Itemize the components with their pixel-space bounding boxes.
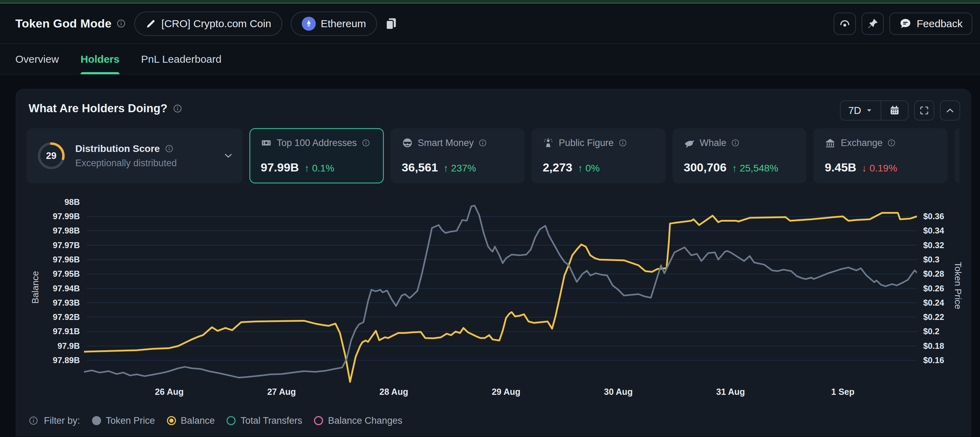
- info-icon[interactable]: [731, 139, 740, 147]
- balance-dot-icon: [167, 416, 176, 425]
- stat-card-partial: [955, 128, 959, 183]
- token-name: [CRO] Crypto.com Coin: [161, 18, 271, 30]
- banknote-icon: [261, 137, 272, 148]
- holders-chart[interactable]: 98B97.99B97.98B97.97B97.96B97.95B97.94B9…: [16, 195, 971, 418]
- balance-changes-dot-icon: [314, 416, 323, 425]
- y-axis-right-tick: $0.28: [923, 269, 975, 280]
- copy-icon[interactable]: [383, 16, 399, 31]
- x-axis-tick: 28 Aug: [363, 387, 425, 397]
- info-icon[interactable]: [116, 19, 126, 28]
- y-axis-right-tick: $0.22: [923, 311, 975, 323]
- pin-button[interactable]: [862, 13, 884, 35]
- calendar-icon: [889, 105, 900, 116]
- y-axis-right-title: Token Price: [953, 258, 963, 314]
- y-axis-right-tick: $0.2: [923, 326, 975, 337]
- stat-card-exchange[interactable]: Exchange9.45B↓ 0.19%: [813, 128, 948, 183]
- period-value: 7D: [848, 105, 861, 116]
- app-header: Token God Mode [CRO] Crypto.com Coin Eth…: [0, 3, 980, 44]
- y-axis-right-tick: $0.18: [923, 340, 975, 352]
- stat-card-change: ↑ 237%: [444, 163, 476, 174]
- feedback-button[interactable]: Feedback: [889, 13, 972, 35]
- chart-plot[interactable]: [84, 195, 917, 404]
- filter-balance-changes[interactable]: Balance Changes: [314, 415, 402, 426]
- fullscreen-button[interactable]: [914, 100, 934, 121]
- collapse-button[interactable]: [940, 100, 960, 121]
- stat-card-public-figure[interactable]: Public Figure2,273↑ 0%: [531, 128, 666, 183]
- y-axis-left-tick: 97.91B: [16, 326, 80, 337]
- balance-line: [84, 213, 917, 382]
- filter-item-label: Balance: [181, 415, 215, 426]
- distribution-score-card[interactable]: 29 Distribution Score Exceptionally dist…: [27, 128, 243, 183]
- pin-icon: [866, 17, 879, 30]
- stat-card-value: 9.45B: [824, 160, 856, 174]
- sunglasses-icon: [402, 137, 413, 148]
- x-axis-tick: 29 Aug: [475, 387, 538, 397]
- period-dropdown[interactable]: 7D: [841, 101, 881, 120]
- stat-card-label: Exchange: [841, 138, 882, 148]
- token-selector[interactable]: [CRO] Crypto.com Coin: [134, 11, 282, 36]
- distribution-score-value: 29: [36, 141, 66, 171]
- filter-item-label: Balance Changes: [328, 415, 402, 426]
- stat-card-label: Whale: [700, 138, 727, 148]
- y-axis-right-tick: $0.16: [923, 355, 975, 366]
- stat-card-value: 300,706: [684, 160, 727, 174]
- ethereum-icon: [302, 17, 316, 31]
- tab-bar: OverviewHoldersPnL Leaderboard: [0, 44, 980, 75]
- stat-card-change: ↓ 0.19%: [862, 163, 897, 174]
- tab-pnl-leaderboard[interactable]: PnL Leaderboard: [141, 44, 222, 74]
- stat-card-value: 36,561: [402, 160, 438, 174]
- stat-card-smart-money[interactable]: Smart Money36,561↑ 237%: [391, 128, 525, 183]
- y-axis-left-tick: 97.96B: [16, 254, 80, 265]
- y-axis-left-tick: 97.9B: [16, 340, 80, 352]
- tab-holders[interactable]: Holders: [81, 44, 119, 74]
- filter-token-price[interactable]: Token Price: [92, 415, 155, 426]
- page-title: Token God Mode: [15, 17, 111, 30]
- stat-card-label: Top 100 Addresses: [277, 138, 357, 148]
- period-control: 7D: [840, 100, 908, 121]
- info-icon[interactable]: [29, 416, 38, 426]
- distribution-score-sublabel: Exceptionally distributed: [75, 158, 177, 168]
- tab-overview[interactable]: Overview: [15, 44, 59, 74]
- chevron-down-icon: [865, 106, 873, 114]
- y-axis-left-tick: 97.93B: [16, 297, 80, 308]
- info-icon[interactable]: [479, 139, 487, 147]
- chevron-down-icon[interactable]: [223, 151, 234, 161]
- total-transfers-dot-icon: [226, 416, 235, 425]
- stat-card-change: ↑ 25,548%: [732, 163, 778, 174]
- token-price-dot-icon: [92, 416, 101, 425]
- y-axis-right-tick: $0.24: [923, 297, 975, 308]
- y-axis-left-tick: 97.94B: [16, 283, 80, 294]
- watch-button[interactable]: [834, 13, 856, 35]
- pencil-icon: [145, 18, 156, 29]
- info-icon[interactable]: [619, 139, 627, 147]
- x-axis-tick: 27 Aug: [250, 387, 313, 397]
- stat-card-value: 97.99B: [261, 160, 299, 174]
- filter-total-transfers[interactable]: Total Transfers: [226, 415, 302, 426]
- chat-bubble-icon: [899, 17, 912, 30]
- y-axis-right-tick: $0.26: [923, 283, 975, 294]
- radar-icon: [838, 17, 851, 30]
- y-axis-left-tick: 97.98B: [16, 225, 80, 236]
- distribution-score-label: Distribution Score: [75, 143, 160, 154]
- bank-icon: [824, 137, 836, 148]
- y-axis-left-tick: 97.92B: [16, 311, 80, 323]
- info-icon[interactable]: [887, 139, 896, 147]
- y-axis-left-tick: 98B: [16, 197, 80, 208]
- chain-name: Ethereum: [321, 18, 366, 30]
- page-loading-bar: [0, 0, 980, 3]
- stat-card-whale[interactable]: Whale300,706↑ 25,548%: [673, 128, 807, 183]
- stat-card-label: Public Figure: [558, 138, 614, 148]
- chain-selector[interactable]: Ethereum: [291, 11, 377, 36]
- calendar-button[interactable]: [881, 101, 908, 120]
- info-icon[interactable]: [165, 144, 173, 153]
- stat-card-change: ↑ 0.1%: [305, 163, 334, 174]
- chart-filter-row: Filter by: Token PriceBalanceTotal Trans…: [29, 412, 402, 430]
- panel-info-icon[interactable]: [173, 104, 182, 113]
- filter-balance[interactable]: Balance: [167, 415, 215, 426]
- filter-by-label: Filter by:: [44, 415, 80, 426]
- stat-card-top-100-addresses[interactable]: Top 100 Addresses97.99B↑ 0.1%: [250, 128, 384, 183]
- y-axis-left-tick: 97.99B: [16, 211, 80, 222]
- y-axis-left-tick: 97.95B: [16, 269, 80, 280]
- y-axis-right-tick: $0.32: [923, 240, 975, 251]
- info-icon[interactable]: [362, 139, 370, 147]
